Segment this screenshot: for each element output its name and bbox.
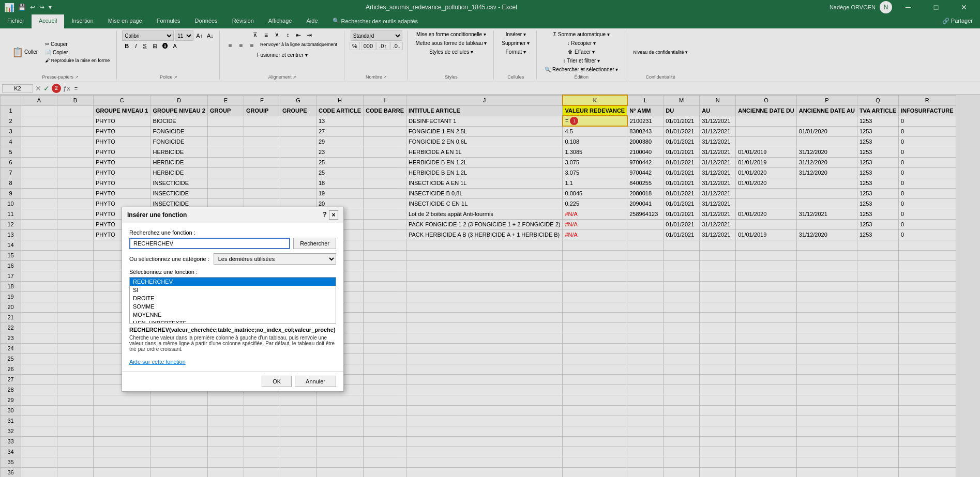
function-list[interactable]: RECHERCHEV SI DROITE SOMME MOYENNE LIEN_…	[129, 277, 336, 324]
func-signature: RECHERCHEV(valeur_cherchée;table_matrice…	[129, 327, 336, 333]
search-function-button[interactable]: Rechercher	[293, 238, 336, 249]
func-item-si[interactable]: SI	[130, 286, 336, 294]
search-label: Recherchez une fonction :	[129, 229, 336, 236]
func-description: Cherche une valeur dans la première colo…	[129, 335, 336, 356]
dialog-ok-button[interactable]: OK	[262, 376, 292, 387]
dialog-title: Insérer une fonction	[127, 211, 187, 219]
dialog-close-button[interactable]: ×	[329, 210, 338, 220]
dialog-titlebar: Insérer une fonction ? ×	[122, 207, 343, 223]
category-label: Ou sélectionnez une catégorie :	[129, 256, 209, 262]
func-item-somme[interactable]: SOMME	[130, 302, 336, 311]
dialog-titlebar-right: ? ×	[323, 210, 338, 220]
dialog-cancel-button[interactable]: Annuler	[295, 376, 336, 387]
category-row: Ou sélectionnez une catégorie : Les dern…	[129, 253, 336, 265]
search-function-input[interactable]	[129, 238, 290, 249]
insert-function-dialog: Insérer une fonction ? × Recherchez une …	[122, 207, 344, 392]
func-item-moyenne[interactable]: MOYENNE	[130, 311, 336, 319]
help-link[interactable]: Aide sur cette fonction	[129, 359, 186, 365]
func-list-label: Sélectionnez une fonction :	[129, 269, 336, 275]
dialog-body: Recherchez une fonction : Rechercher Ou …	[122, 223, 343, 371]
category-select[interactable]: Les dernières utilisées	[214, 253, 336, 265]
search-row: Rechercher	[129, 238, 336, 249]
func-item-droite[interactable]: DROITE	[130, 294, 336, 302]
dialog-help-icon[interactable]: ?	[323, 210, 327, 220]
dialog-buttons: OK Annuler	[122, 371, 343, 391]
func-item-lien-hypertexte[interactable]: LIEN_HYPERTEXTE	[130, 319, 336, 324]
func-item-recherchev[interactable]: RECHERCHEV	[130, 278, 336, 286]
dialog-overlay: Insérer une fonction ? × Recherchez une …	[0, 0, 980, 477]
